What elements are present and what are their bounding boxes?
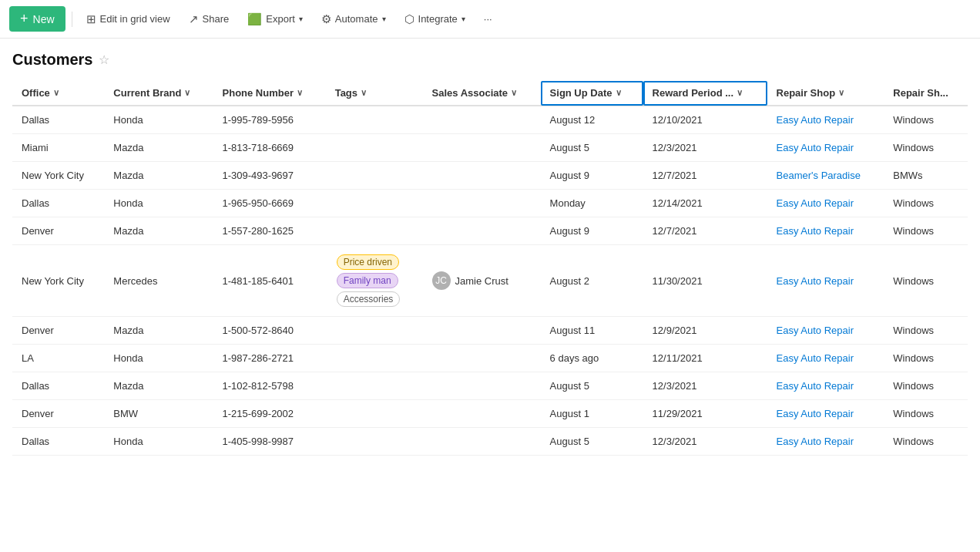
cell-repair-sh2: BMWs: [884, 162, 968, 190]
col-current-brand[interactable]: Current Brand ∨: [104, 81, 213, 106]
cell-repair-shop[interactable]: Easy Auto Repair: [767, 134, 884, 162]
automate-icon: ⚙: [321, 12, 331, 26]
tag-badge: Accessories: [337, 291, 401, 307]
cell-phone: 1-557-280-1625: [213, 217, 326, 245]
cell-phone: 1-481-185-6401: [213, 245, 326, 317]
cell-sales-associate: [423, 317, 541, 345]
associate-name: Jamie Crust: [455, 275, 508, 287]
cell-office: Denver: [12, 217, 104, 245]
cell-reward-period: 12/3/2021: [643, 372, 767, 400]
cell-reward-period: 12/7/2021: [643, 217, 767, 245]
cell-phone: 1-987-286-2721: [213, 345, 326, 372]
cell-repair-shop[interactable]: Easy Auto Repair: [767, 217, 884, 245]
cell-repair-shop[interactable]: Easy Auto Repair: [767, 106, 884, 134]
cell-repair-shop[interactable]: Easy Auto Repair: [767, 372, 884, 400]
cell-office: Dallas: [12, 428, 104, 456]
table-row: LAHonda1-987-286-27216 days ago12/11/202…: [12, 345, 968, 372]
cell-tags: Price drivenFamily manAccessories: [326, 245, 423, 317]
tags-filter-icon: ∨: [361, 88, 367, 98]
repair-filter-icon: ∨: [838, 88, 844, 98]
cell-sign-up-date: August 2: [541, 245, 643, 317]
cell-office: Miami: [12, 134, 104, 162]
cell-brand: Mazda: [104, 317, 213, 345]
cell-repair-sh2: Windows: [884, 317, 968, 345]
new-button[interactable]: + New: [9, 6, 65, 32]
cell-repair-sh2: Windows: [884, 134, 968, 162]
cell-sign-up-date: August 11: [541, 317, 643, 345]
grid-icon: ⊞: [86, 12, 96, 26]
cell-tags: [326, 106, 423, 134]
cell-office: Denver: [12, 400, 104, 428]
cell-office: Dallas: [12, 190, 104, 217]
automate-button[interactable]: ⚙ Automate ▾: [314, 8, 394, 31]
cell-repair-shop[interactable]: Easy Auto Repair: [767, 345, 884, 372]
cell-phone: 1-215-699-2002: [213, 400, 326, 428]
cell-sales-associate: [423, 190, 541, 217]
table-row: DallasHonda1-995-789-5956August 1212/10/…: [12, 106, 968, 134]
new-label: New: [33, 13, 55, 25]
table-row: DenverMazda1-500-572-8640August 1112/9/2…: [12, 317, 968, 345]
cell-reward-period: 12/14/2021: [643, 190, 767, 217]
cell-reward-period: 11/29/2021: [643, 400, 767, 428]
share-label: Share: [203, 13, 230, 25]
export-button[interactable]: 🟩 Export ▾: [240, 8, 310, 31]
cell-reward-period: 12/3/2021: [643, 134, 767, 162]
more-button[interactable]: ···: [476, 8, 500, 29]
cell-sign-up-date: August 9: [541, 217, 643, 245]
cell-sales-associate: [423, 134, 541, 162]
export-icon: 🟩: [247, 12, 262, 26]
edit-grid-button[interactable]: ⊞ Edit in grid view: [79, 8, 178, 31]
cell-tags: [326, 317, 423, 345]
cell-reward-period: 12/10/2021: [643, 106, 767, 134]
cell-sign-up-date: Monday: [541, 190, 643, 217]
cell-office: Dallas: [12, 372, 104, 400]
table-row: DenverBMW1-215-699-2002August 111/29/202…: [12, 400, 968, 428]
table-row: DallasHonda1-965-950-6669Monday12/14/202…: [12, 190, 968, 217]
cell-repair-sh2: Windows: [884, 428, 968, 456]
col-repair-shop[interactable]: Repair Shop ∨: [767, 81, 884, 106]
cell-repair-shop[interactable]: Easy Auto Repair: [767, 190, 884, 217]
col-sign-up-date[interactable]: Sign Up Date ∨: [541, 81, 643, 106]
cell-office: LA: [12, 345, 104, 372]
favorite-star-icon[interactable]: ☆: [99, 52, 109, 67]
cell-repair-shop[interactable]: Easy Auto Repair: [767, 245, 884, 317]
cell-brand: Honda: [104, 428, 213, 456]
cell-brand: Honda: [104, 190, 213, 217]
cell-repair-sh2: Windows: [884, 106, 968, 134]
cell-repair-shop[interactable]: Easy Auto Repair: [767, 317, 884, 345]
cell-sales-associate: [423, 106, 541, 134]
office-filter-icon: ∨: [53, 88, 59, 98]
cell-repair-shop[interactable]: Easy Auto Repair: [767, 400, 884, 428]
cell-phone: 1-813-718-6669: [213, 134, 326, 162]
cell-repair-sh2: Windows: [884, 190, 968, 217]
col-tags[interactable]: Tags ∨: [326, 81, 423, 106]
col-reward-period[interactable]: Reward Period ... ∨: [643, 81, 767, 106]
col-sales-associate[interactable]: Sales Associate ∨: [423, 81, 541, 106]
cell-tags: [326, 345, 423, 372]
phone-filter-icon: ∨: [297, 88, 303, 98]
toolbar-separator: [72, 12, 72, 27]
cell-phone: 1-405-998-9987: [213, 428, 326, 456]
table-row: DenverMazda1-557-280-1625August 912/7/20…: [12, 217, 968, 245]
cell-repair-shop[interactable]: Beamer's Paradise: [767, 162, 884, 190]
share-button[interactable]: ↗ Share: [181, 8, 237, 31]
share-icon: ↗: [189, 12, 199, 26]
cell-phone: 1-102-812-5798: [213, 372, 326, 400]
cell-sign-up-date: August 9: [541, 162, 643, 190]
cell-sign-up-date: August 5: [541, 134, 643, 162]
signup-sort-icon: ∨: [616, 88, 622, 98]
cell-phone: 1-500-572-8640: [213, 317, 326, 345]
toolbar: + New ⊞ Edit in grid view ↗ Share 🟩 Expo…: [0, 0, 980, 39]
integrate-button[interactable]: ⬡ Integrate ▾: [397, 8, 473, 31]
col-office[interactable]: Office ∨: [12, 81, 104, 106]
cell-sales-associate: JCJamie Crust: [423, 245, 541, 317]
cell-tags: [326, 217, 423, 245]
col-repair-sh2[interactable]: Repair Sh...: [884, 81, 968, 106]
cell-repair-shop[interactable]: Easy Auto Repair: [767, 428, 884, 456]
col-phone-number[interactable]: Phone Number ∨: [213, 81, 326, 106]
integrate-icon: ⬡: [404, 12, 414, 26]
page-title-row: Customers ☆: [12, 51, 968, 69]
brand-filter-icon: ∨: [184, 88, 190, 98]
cell-brand: Honda: [104, 345, 213, 372]
cell-repair-sh2: Windows: [884, 345, 968, 372]
